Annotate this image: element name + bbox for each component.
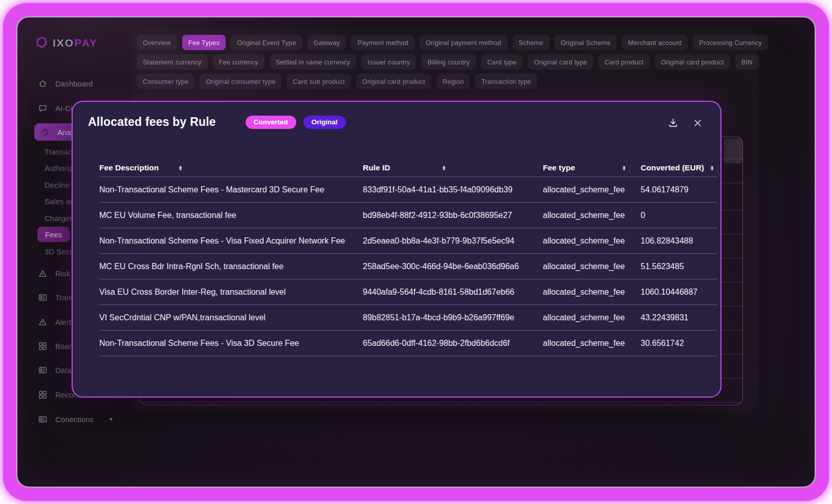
logo-text-pay: PAY — [74, 37, 98, 49]
table-row: Visa EU Cross Border Inter-Reg, transact… — [99, 279, 717, 304]
sidebar-subitem-sales[interactable]: Sales an — [45, 194, 74, 208]
cell-rule-id: 258ad5ee-300c-466d-94be-6eab036d96a6 — [363, 254, 519, 279]
sort-icon[interactable]: ▲▼ — [710, 165, 714, 171]
filter-chip-region[interactable]: Region — [436, 74, 470, 89]
filter-chip-gateway[interactable]: Gateway — [308, 35, 346, 50]
sort-icon[interactable]: ▲▼ — [622, 165, 626, 171]
sidebar-item-label: Risk — [55, 269, 70, 278]
filter-chip-payment-method[interactable]: Payment method — [351, 35, 414, 50]
filter-chip-row-1: Overview Fee Types Original Event Type G… — [137, 35, 768, 50]
filter-chip-settled-same-currency[interactable]: Settled in same currency — [270, 54, 357, 70]
sort-icon[interactable]: ▲▼ — [442, 165, 446, 171]
filter-chip-card-product[interactable]: Card product — [598, 54, 649, 70]
sidebar-item-ai-copilot[interactable]: AI-Co — [38, 100, 75, 116]
cell-fee-description: MC EU Volume Fee, transactional fee — [99, 203, 359, 228]
sidebar-item-label: Conections — [55, 415, 94, 424]
allocated-fees-modal: Allocated fees by Rule Converted Origina… — [72, 101, 721, 398]
table-row: Non-Transactional Scheme Fees - Visa 3D … — [99, 331, 717, 356]
cell-converted: 51.5623485 — [641, 254, 684, 279]
cell-rule-id: 2d5eaea0-bb8a-4e3f-b779-9b37f5e5ec94 — [363, 228, 514, 253]
cell-fee-type: allocated_scheme_fee — [543, 177, 625, 202]
sidebar-subitem-authorization[interactable]: Authoriz — [45, 161, 73, 175]
filter-chip-issuer-country[interactable]: Issuer country — [361, 54, 416, 70]
converted-toggle[interactable]: Converted — [246, 116, 296, 129]
filter-chip-processing-currency[interactable]: Processing Currency — [693, 35, 768, 50]
sort-icon[interactable]: ▲▼ — [179, 165, 182, 171]
table-header-row: Fee Description ▲▼ Rule ID ▲▼ Fee type ▲… — [99, 159, 717, 177]
sidebar-subitem-transactions[interactable]: Transact — [45, 144, 74, 159]
filter-chip-original-event-type[interactable]: Original Event Type — [231, 35, 302, 50]
filter-chip-fee-currency[interactable]: Fee currency — [213, 54, 265, 70]
filter-chip-statement-currency[interactable]: Statement currency — [137, 54, 208, 70]
sidebar-item-alerts[interactable]: Alerts — [38, 314, 75, 330]
filter-chip-card-sub-product[interactable]: Card sub product — [287, 74, 351, 89]
sidebar-item-label: Dashboard — [55, 79, 93, 88]
cell-fee-type: allocated_scheme_fee — [543, 228, 625, 253]
filter-chip-fee-types-active[interactable]: Fee Types — [182, 35, 226, 50]
warning-triangle-icon — [38, 269, 48, 278]
logo-hexagon-icon — [34, 36, 48, 50]
download-icon — [667, 117, 679, 129]
home-icon — [38, 79, 48, 89]
filter-chip-card-type[interactable]: Card type — [481, 54, 522, 70]
download-button[interactable] — [667, 117, 679, 129]
table-row: Non-Transactional Scheme Fees - Visa Fix… — [99, 228, 717, 253]
filter-chip-billing-country[interactable]: Billing country — [421, 54, 476, 70]
table-row: Non-Transactional Scheme Fees - Masterca… — [99, 177, 717, 202]
cell-converted: 106.82843488 — [641, 228, 693, 253]
sidebar-subitem-fees[interactable]: Fees — [37, 227, 70, 242]
cell-converted: 1060.10446887 — [641, 279, 697, 304]
card-terminal-icon — [38, 365, 48, 375]
cell-fee-description: MC EU Cross Bdr Intra-Rgnl Sch, transact… — [99, 254, 359, 279]
close-icon — [692, 118, 703, 128]
table-row: MC EU Cross Bdr Intra-Rgnl Sch, transact… — [99, 254, 717, 279]
sidebar-item-boards[interactable]: Board — [38, 338, 76, 354]
sidebar-subitem-chargebacks[interactable]: Charger — [45, 211, 72, 225]
pie-chart-icon — [40, 127, 50, 137]
cell-rule-id: 833df91f-50a4-41a1-bb35-f4a09096db39 — [363, 177, 513, 202]
divider — [99, 356, 717, 356]
cell-rule-id: bd98eb4f-88f2-4912-93bb-6c0f38695e27 — [363, 203, 512, 228]
grid-icon — [38, 341, 48, 351]
modal-title: Allocated fees by Rule — [88, 115, 216, 129]
close-button[interactable] — [692, 117, 703, 129]
cell-fee-description: Non-Transactional Scheme Fees - Masterca… — [99, 177, 359, 202]
cell-converted: 30.6561742 — [641, 331, 684, 356]
filter-chip-consumer-type[interactable]: Consumer type — [137, 74, 194, 89]
scrollbar-thumb[interactable] — [724, 139, 742, 163]
filter-chip-original-payment-method[interactable]: Original payment method — [420, 35, 508, 50]
cell-rule-id: 65ad66d6-0dff-4162-98bb-2fbd6b6dcd6f — [363, 331, 510, 356]
filter-chip-scheme[interactable]: Scheme — [513, 35, 550, 50]
cell-fee-type: allocated_scheme_fee — [543, 305, 625, 330]
sidebar-item-connections[interactable]: Conections ▼ — [38, 411, 114, 427]
fees-table: Fee Description ▲▼ Rule ID ▲▼ Fee type ▲… — [99, 159, 717, 356]
sidebar-item-dashboard[interactable]: Dashboard — [38, 75, 93, 92]
filter-chip-overview[interactable]: Overview — [137, 35, 177, 50]
filter-chip-transaction-type[interactable]: Transaction type — [475, 74, 537, 89]
filter-chip-original-card-product[interactable]: Original card product — [655, 54, 730, 70]
filter-chip-row-3: Consumer type Original consumer type Car… — [137, 74, 537, 89]
filter-chip-bin[interactable]: BIN — [735, 54, 759, 70]
cell-rule-id: 9440afa9-564f-4cdb-8161-58bd1d67eb66 — [363, 279, 514, 304]
cell-converted: 0 — [641, 203, 645, 228]
filter-chip-original-consumer-type[interactable]: Original consumer type — [200, 74, 281, 89]
table-row: VI SecCrdntial CNP w/PAN,transactional l… — [99, 305, 717, 330]
filter-chip-merchant-account[interactable]: Merchant account — [622, 35, 688, 50]
card-terminal-icon — [38, 293, 48, 302]
original-toggle[interactable]: Original — [303, 116, 346, 129]
filter-chip-original-card-type[interactable]: Original card type — [528, 54, 593, 70]
cell-fee-description: Non-Transactional Scheme Fees - Visa 3D … — [99, 331, 359, 356]
cell-fee-type: allocated_scheme_fee — [543, 279, 625, 304]
logo-text-ixo: IXO — [53, 37, 74, 49]
app-window: IXOPAY Dashboard AI-Co Analy Transact Au… — [16, 16, 816, 488]
table-row: MC EU Volume Fee, transactional fee bd98… — [99, 203, 717, 228]
filter-chip-original-card-product-2[interactable]: Original card product — [356, 74, 431, 89]
sidebar-item-risk[interactable]: Risk — [38, 265, 70, 281]
cell-fee-type: allocated_scheme_fee — [543, 331, 625, 356]
chat-icon — [38, 103, 48, 113]
modal-actions — [667, 117, 703, 129]
filter-chip-original-scheme[interactable]: Original Scheme — [555, 35, 617, 50]
cell-fee-type: allocated_scheme_fee — [543, 203, 625, 228]
cell-fee-type: allocated_scheme_fee — [543, 254, 625, 279]
cell-converted: 43.22439831 — [641, 305, 688, 330]
